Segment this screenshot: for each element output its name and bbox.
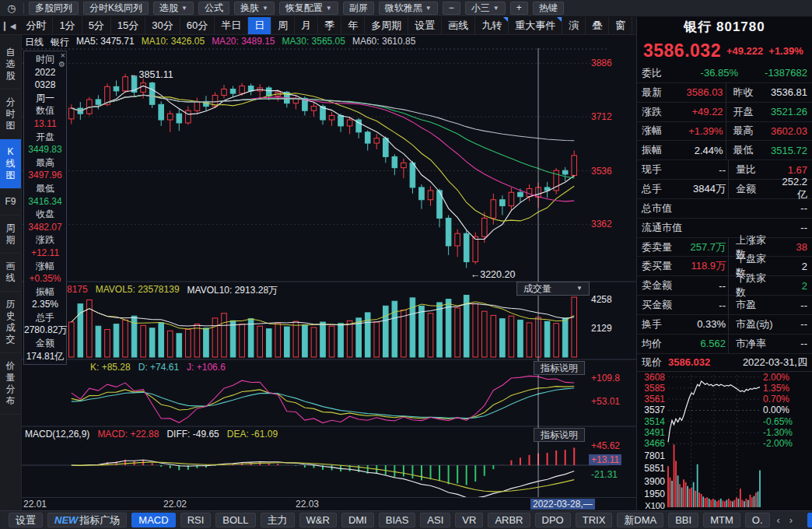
- info-value: 13.11: [24, 117, 66, 131]
- candle-body: [96, 100, 101, 104]
- topbar-button-8[interactable]: 微软雅黑▼: [379, 2, 438, 15]
- sidebar-item-分时图[interactable]: 分时图: [0, 89, 21, 139]
- topbar-button-5[interactable]: 换肤▼: [234, 2, 275, 15]
- tool-item-叠[interactable]: 叠: [586, 17, 609, 34]
- period-tab-半日[interactable]: 半日: [215, 17, 248, 34]
- period-tab-画线[interactable]: 画线: [442, 17, 475, 34]
- topbar-button-label: +: [516, 2, 522, 14]
- collapse-left-icon[interactable]: ▎◀: [0, 22, 19, 30]
- volume-indicator-dropdown[interactable]: 成交量 ▼: [516, 282, 590, 296]
- kdj-help-button[interactable]: 指标说明: [534, 361, 585, 375]
- indicator-button-O.[interactable]: O.: [745, 513, 770, 527]
- indicator-button-MACD[interactable]: MACD: [131, 513, 175, 527]
- sidebar-item-周期[interactable]: 周期: [0, 215, 21, 254]
- mini-axis-label: 3514: [644, 415, 665, 426]
- topbar-button-4[interactable]: 公式: [198, 2, 229, 15]
- period-tab-15分[interactable]: 15分: [111, 17, 145, 34]
- sidebar-item-K线图[interactable]: K线图: [0, 139, 21, 189]
- indicator-button-BOLL[interactable]: BOLL: [215, 513, 255, 527]
- topbar-button-1[interactable]: 多股同列: [29, 2, 79, 15]
- gear-icon[interactable]: ⚙: [58, 61, 65, 68]
- clock-icon[interactable]: ◷: [5, 2, 19, 15]
- macd-help-button[interactable]: 指标说明: [534, 428, 585, 442]
- sidebar-item-F9[interactable]: F9: [0, 189, 21, 215]
- volume-bar: [123, 320, 128, 357]
- sidebar-item-自选股[interactable]: 自选股: [0, 40, 21, 89]
- indicator-button-RSI[interactable]: RSI: [180, 513, 212, 527]
- sidebar-item-价量分布[interactable]: 价量分布: [0, 353, 21, 415]
- indicator-button-label: MACD: [138, 514, 168, 526]
- topbar-button-9[interactable]: −: [443, 2, 460, 15]
- indicator-button-BIAS[interactable]: BIAS: [379, 513, 416, 527]
- indicator-button-W&R[interactable]: W&R: [299, 513, 337, 527]
- close-icon[interactable]: ×: [61, 51, 65, 60]
- indicator-button-ARBR[interactable]: ARBR: [488, 513, 530, 527]
- top-toolbar: ◷ 多股同列分时K线同列选股▼公式换肤▼恢复配置▼副屏微软雅黑▼−小三▼+热键: [0, 0, 812, 17]
- sidebar-item-历史成交[interactable]: 历史成交: [0, 292, 21, 353]
- intraday-mini-chart[interactable]: 36083585356135373514349134662.00%1.35%0.…: [637, 372, 812, 510]
- tool-item-九转[interactable]: 九转: [475, 17, 509, 34]
- volume-header-item: 8175: [67, 284, 88, 297]
- quote-value: 38: [775, 241, 807, 253]
- period-tab-多周期[interactable]: 多周期: [365, 17, 408, 34]
- candle-body: [473, 236, 478, 261]
- tool-item-重大事件[interactable]: 重大事件: [509, 17, 562, 34]
- indicator-button-主力[interactable]: 主力: [261, 513, 295, 527]
- quote-label: 最低: [726, 141, 771, 159]
- price-annotation: ←3851.11: [129, 69, 173, 80]
- info-label: 涨幅: [24, 260, 66, 273]
- indicator-button-设置[interactable]: 设置: [9, 513, 43, 527]
- topbar-button-2[interactable]: 分时K线同列: [83, 2, 149, 15]
- period-tab-30分[interactable]: 30分: [145, 17, 180, 34]
- period-tab-周[interactable]: 周: [271, 17, 295, 34]
- period-tab-月[interactable]: 月: [295, 17, 318, 34]
- chart-area[interactable]: 日线 银行 MA5: 3475.71MA10: 3426.05MA20: 348…: [22, 35, 636, 510]
- indicator-button-ASI[interactable]: ASI: [420, 513, 450, 527]
- indicator-button-DMI[interactable]: DMI: [341, 513, 374, 527]
- tab-分时[interactable]: 分时: [807, 513, 812, 527]
- indicator-button-指标广场[interactable]: NEW指标广场: [47, 513, 127, 527]
- period-tab-60分[interactable]: 60分: [180, 17, 215, 34]
- indicator-button-DPO[interactable]: DPO: [535, 513, 571, 527]
- quote-label: 最新: [642, 86, 681, 100]
- period-tab-分时[interactable]: 分时: [19, 17, 53, 34]
- period-tab-5分[interactable]: 5分: [82, 17, 111, 34]
- period-tab-日[interactable]: 日: [248, 17, 271, 34]
- topbar-button-label: 选股: [159, 2, 178, 14]
- period-tab-季[interactable]: 季: [318, 17, 341, 34]
- topbar-button-7[interactable]: 副屏: [343, 2, 374, 15]
- sidebar-item-画线[interactable]: 画线: [0, 254, 21, 292]
- quote-label: 振幅: [642, 143, 681, 157]
- topbar-button-12[interactable]: 热键: [533, 2, 564, 15]
- prev-arrow-button[interactable]: ‹: [775, 514, 782, 526]
- indicator-button-BBI[interactable]: BBI: [668, 513, 698, 527]
- panel-tabs: 分时筹码火焰: [806, 513, 812, 527]
- indicator-button-新DMA[interactable]: 新DMA: [617, 513, 663, 527]
- quote-value: --: [775, 300, 807, 311]
- candle-body: [428, 191, 433, 200]
- topbar-button-11[interactable]: +: [510, 2, 528, 15]
- quote-row: 委比-36.85%-1387682: [637, 64, 812, 83]
- topbar-button-3[interactable]: 选股▼: [153, 2, 194, 15]
- indicator-button-TRIX[interactable]: TRIX: [576, 513, 613, 527]
- candle-body: [186, 110, 191, 123]
- indicator-button-VR[interactable]: VR: [455, 513, 483, 527]
- period-tab-设置[interactable]: 设置: [408, 17, 442, 34]
- volume-bar: [159, 323, 164, 357]
- quote-value: --: [682, 280, 726, 292]
- volume-bar: [419, 306, 425, 357]
- tool-item-演[interactable]: 演: [562, 17, 586, 34]
- indicator-button-MTM[interactable]: MTM: [703, 513, 740, 527]
- next-arrow-button[interactable]: ›: [787, 514, 795, 526]
- volume-bar: [374, 322, 380, 357]
- volume-bar: [177, 334, 182, 357]
- quote-label: 涨幅: [642, 124, 681, 138]
- topbar-button-10[interactable]: 小三▼: [465, 2, 506, 15]
- period-tab-1分[interactable]: 1分: [53, 17, 82, 34]
- period-tab-年[interactable]: 年: [341, 17, 365, 34]
- candle-body: [500, 200, 506, 206]
- topbar-button-6[interactable]: 恢复配置▼: [279, 2, 338, 15]
- topbar-button-label: 热键: [539, 2, 558, 14]
- volume-bar: [392, 301, 397, 357]
- tool-item-窗[interactable]: 窗: [609, 17, 632, 34]
